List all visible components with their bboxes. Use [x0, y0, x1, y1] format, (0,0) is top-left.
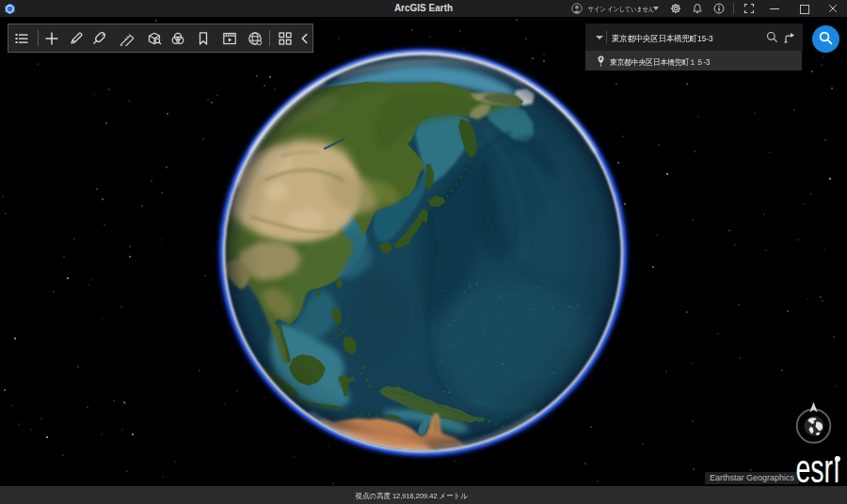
svg-text:esrı: esrı [795, 446, 840, 491]
